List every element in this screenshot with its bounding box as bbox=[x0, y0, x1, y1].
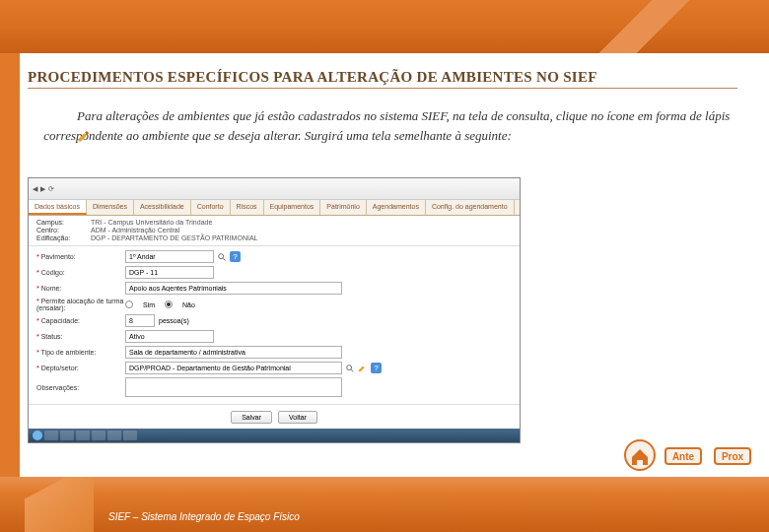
tipo-select[interactable] bbox=[125, 346, 342, 359]
observacoes-label: Observações: bbox=[36, 384, 125, 391]
tab-agendamentos[interactable]: Agendamentos bbox=[367, 200, 426, 215]
taskbar-item[interactable] bbox=[107, 431, 121, 440]
edificacao-value: DGP - DEPARTAMENTO DE GESTÃO PATRIMONIAL bbox=[91, 234, 257, 241]
form-tabs: Dados básicos Dimensões Acessibilidade C… bbox=[29, 200, 520, 216]
pencil-icon bbox=[28, 129, 40, 142]
taskbar-item[interactable] bbox=[123, 431, 137, 440]
svg-line-3 bbox=[351, 369, 353, 371]
taskbar-item[interactable] bbox=[44, 431, 58, 440]
search-icon[interactable] bbox=[217, 252, 227, 262]
capacidade-unit: pessoa(s) bbox=[159, 317, 189, 324]
codigo-input[interactable] bbox=[125, 266, 214, 279]
codigo-label: * Código: bbox=[36, 269, 125, 276]
back-icon[interactable]: ◀ bbox=[33, 185, 37, 193]
pencil-icon[interactable] bbox=[358, 364, 368, 373]
taskbar-item[interactable] bbox=[60, 431, 74, 440]
reload-icon[interactable]: ⟳ bbox=[48, 185, 54, 193]
salvar-button[interactable]: Salvar bbox=[231, 411, 272, 424]
instruction-text: Para alterações de ambientes que já estã… bbox=[28, 106, 737, 145]
footer-band bbox=[0, 477, 769, 532]
header-diagonal-accent bbox=[552, 0, 749, 53]
tipo-label: * Tipo de ambiente: bbox=[36, 349, 125, 356]
nome-label: * Nome: bbox=[36, 285, 125, 292]
instruction-part2: correspondente ao ambiente que se deseja… bbox=[43, 128, 512, 143]
info-block: Campus:TRI - Campus Universitário da Tri… bbox=[29, 216, 520, 245]
home-button[interactable] bbox=[624, 439, 656, 471]
voltar-button[interactable]: Voltar bbox=[278, 411, 317, 424]
permite-radio-group: Sim Não bbox=[125, 300, 195, 308]
radio-nao-label: Não bbox=[182, 301, 195, 308]
deptosetor-input[interactable] bbox=[125, 362, 342, 374]
svg-line-1 bbox=[223, 258, 225, 260]
header-band bbox=[0, 0, 769, 53]
tab-riscos[interactable]: Riscos bbox=[231, 200, 264, 215]
tab-dados-basicos[interactable]: Dados básicos bbox=[29, 200, 87, 215]
tab-equipamentos[interactable]: Equipamentos bbox=[264, 200, 321, 215]
form-buttons: Salvar Voltar bbox=[29, 404, 520, 430]
status-select[interactable] bbox=[125, 330, 214, 343]
pavimento-select[interactable] bbox=[125, 250, 214, 263]
centro-label: Centro: bbox=[36, 227, 91, 233]
main-heading: PROCEDIMENTOS ESPECÍFICOS PARA ALTERAÇÃO… bbox=[28, 69, 737, 89]
left-band bbox=[0, 53, 20, 477]
edificacao-label: Edificação: bbox=[36, 234, 91, 241]
campus-label: Campus: bbox=[36, 219, 91, 226]
taskbar-item[interactable] bbox=[76, 431, 90, 440]
help-icon[interactable]: ? bbox=[371, 363, 382, 373]
observacoes-textarea[interactable] bbox=[125, 377, 342, 397]
content-area: PROCEDIMENTOS ESPECÍFICOS PARA ALTERAÇÃO… bbox=[28, 69, 737, 155]
tab-acessibilidade[interactable]: Acessibilidade bbox=[134, 200, 191, 215]
permite-label: * Permite alocação de turma (ensalar): bbox=[36, 298, 125, 311]
status-label: * Status: bbox=[36, 333, 125, 340]
capacidade-label: * Capacidade: bbox=[36, 317, 125, 324]
deptosetor-label: * Depto/setor: bbox=[36, 365, 125, 371]
tab-config-agendamento[interactable]: Config. do agendamento bbox=[426, 200, 515, 215]
browser-toolbar: ◀ ▶ ⟳ bbox=[29, 178, 520, 200]
centro-value: ADM - Administração Central bbox=[91, 227, 179, 233]
windows-taskbar bbox=[29, 429, 520, 442]
form-block: * Pavimento: ? * Código: * Nome: * Permi… bbox=[29, 245, 520, 404]
prox-button[interactable]: Prox bbox=[714, 447, 751, 465]
svg-point-0 bbox=[219, 253, 224, 258]
radio-sim[interactable] bbox=[125, 300, 133, 308]
nome-input[interactable] bbox=[125, 282, 342, 295]
tab-conforto[interactable]: Conforto bbox=[191, 200, 231, 215]
tab-dimensoes[interactable]: Dimensões bbox=[87, 200, 134, 215]
svg-point-2 bbox=[347, 365, 352, 369]
taskbar-item[interactable] bbox=[92, 431, 105, 440]
pavimento-label: * Pavimento: bbox=[36, 253, 125, 260]
search-icon[interactable] bbox=[345, 364, 355, 373]
instruction-part1: Para alterações de ambientes que já estã… bbox=[77, 108, 730, 123]
tab-patrimonio[interactable]: Patrimônio bbox=[320, 200, 366, 215]
footer-text: SIEF – Sistema Integrado de Espaço Físic… bbox=[108, 511, 300, 522]
radio-sim-label: Sim bbox=[143, 301, 155, 308]
campus-value: TRI - Campus Universitário da Trindade bbox=[91, 219, 212, 226]
taskbar-start-icon[interactable] bbox=[33, 431, 42, 440]
embedded-screenshot: ◀ ▶ ⟳ Dados básicos Dimensões Acessibili… bbox=[28, 177, 521, 443]
footer-accent bbox=[25, 477, 94, 532]
ante-button[interactable]: Ante bbox=[664, 447, 702, 465]
capacidade-input[interactable] bbox=[125, 314, 155, 327]
forward-icon[interactable]: ▶ bbox=[40, 185, 45, 193]
help-icon[interactable]: ? bbox=[230, 251, 241, 262]
radio-nao[interactable] bbox=[165, 300, 173, 308]
